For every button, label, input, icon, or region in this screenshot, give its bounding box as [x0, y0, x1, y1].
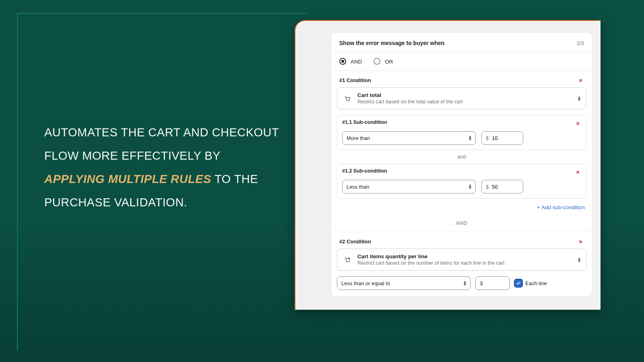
subcondition-1-2-label: #1.2 Sub-condition [342, 168, 387, 176]
add-sub-condition-label: Add sub-condition [541, 204, 585, 210]
condition1-type-title: Cart total [357, 92, 572, 98]
subcondition-1-1: #1.1 Sub-condition × More than ▴▾ $ 10 [337, 115, 586, 150]
subcondition-1-2: #1.2 Sub-condition × Less than ▴▾ $ 50 [337, 164, 586, 199]
chevron-updown-icon: ▴▾ [469, 135, 471, 141]
currency-symbol: $ [486, 184, 489, 190]
step-indicator: 2/3 [577, 40, 584, 46]
plus-icon: + [537, 204, 541, 210]
chevron-updown-icon: ▴▾ [464, 280, 466, 286]
subcondition-1-1-value-input[interactable]: $ 10 [481, 131, 523, 145]
logic-and-option[interactable]: AND [339, 58, 362, 65]
hero-emphasis: APPLYING MULTIPLE RULES [44, 173, 211, 185]
logic-and-label: AND [351, 59, 362, 65]
subcondition-1-1-operator-select[interactable]: More than ▴▾ [342, 131, 476, 145]
condition1-type-select[interactable]: Cart total Restrict cart based on the to… [337, 87, 586, 109]
svg-point-3 [349, 262, 349, 263]
condition2-type-select[interactable]: Cart items quantity per line Restrict ca… [337, 249, 586, 271]
radio-icon [374, 58, 380, 65]
subcondition-1-1-value: 10 [492, 135, 497, 141]
delete-subcondition-1-1-button[interactable]: × [574, 119, 581, 127]
condition2-value: 3 [480, 280, 483, 286]
condition1-type-desc: Restrict cart based on the total value o… [357, 99, 572, 105]
each-line-label: Each line [525, 280, 547, 286]
each-line-toggle[interactable]: Each line [515, 280, 547, 287]
condition2-operator-select[interactable]: Less than or equal to ▴▾ [337, 276, 471, 290]
rules-panel: Show the error message to buyer when 2/3… [295, 20, 601, 310]
condition-joiner: AND [331, 212, 592, 232]
chevron-updown-icon: ▴▾ [469, 184, 471, 189]
subcondition-1-2-value: 50 [492, 184, 497, 190]
condition2-value-input[interactable]: 3 [475, 276, 510, 290]
chevron-updown-icon: ▴▾ [578, 257, 580, 263]
subcondition-1-2-operator-select[interactable]: Less than ▴▾ [342, 180, 476, 193]
cart-icon [343, 95, 352, 102]
card-title: Show the error message to buyer when [339, 40, 444, 46]
svg-point-2 [347, 262, 347, 263]
subcondition-1-1-label: #1.1 Sub-condition [342, 119, 387, 127]
svg-point-0 [347, 101, 347, 101]
subcondition-1-1-operator-value: More than [347, 135, 370, 141]
svg-point-1 [349, 101, 349, 101]
delete-subcondition-1-2-button[interactable]: × [574, 168, 581, 176]
currency-symbol: $ [486, 135, 489, 141]
subcondition-1-2-operator-value: Less than [347, 184, 369, 190]
checkbox-checked-icon [515, 280, 522, 287]
condition2-label: #2 Condition [339, 239, 371, 245]
radio-icon [339, 58, 346, 65]
delete-condition1-button[interactable]: × [577, 76, 584, 84]
condition2-operator-value: Less than or equal to [341, 280, 390, 286]
rules-card: Show the error message to buyer when 2/3… [331, 32, 592, 297]
hero-pre: AUTOMATES THE CART AND CHECKOUT FLOW MOR… [44, 126, 279, 162]
condition2-type-desc: Restrict cart based on the number of ite… [357, 260, 572, 266]
subcondition-joiner: and [331, 150, 592, 164]
chevron-updown-icon: ▴▾ [578, 96, 580, 101]
hero-copy: AUTOMATES THE CART AND CHECKOUT FLOW MOR… [44, 121, 282, 214]
logic-or-option[interactable]: OR [374, 58, 393, 65]
add-sub-condition-button[interactable]: + Add sub-condition [331, 199, 592, 212]
condition1-label: #1 Condition [339, 77, 371, 83]
subcondition-1-2-value-input[interactable]: $ 50 [481, 180, 523, 193]
condition2-type-title: Cart items quantity per line [357, 253, 572, 259]
logic-or-label: OR [385, 59, 393, 65]
delete-condition2-button[interactable]: × [577, 238, 584, 245]
cart-items-icon [343, 256, 352, 263]
